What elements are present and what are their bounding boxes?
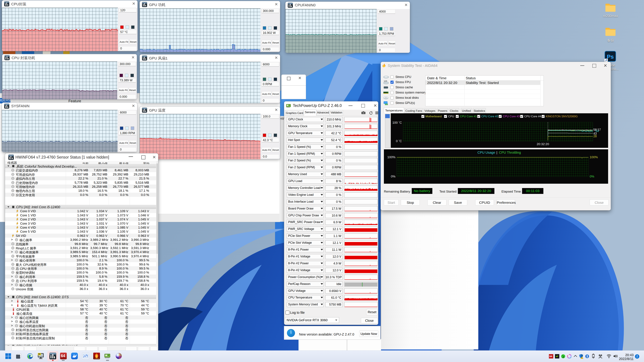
svg-text:FurMark: FurMark [94,358,100,359]
svg-text:99: 99 [38,353,40,355]
